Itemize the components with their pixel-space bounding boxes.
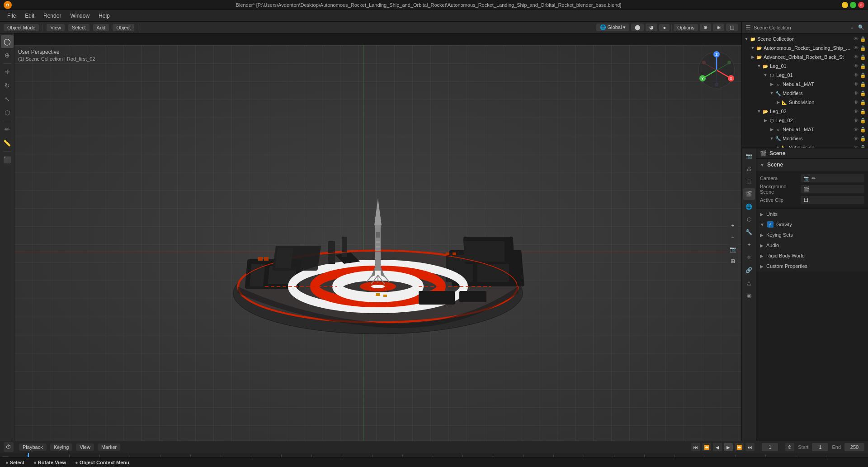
outliner-visibility-icon[interactable]: 🔒 (860, 145, 866, 148)
menu-render[interactable]: Render (40, 12, 65, 20)
outliner-item[interactable]: ▶📐Subdivision👁🔒 (742, 98, 868, 107)
viewport-shading-render[interactable]: ● (659, 24, 670, 31)
output-properties-icon[interactable]: 🖨 (743, 163, 755, 175)
outliner-visibility-icon[interactable]: 🔒 (860, 36, 866, 42)
scene-properties-icon[interactable]: 🎬 (743, 188, 755, 200)
outliner-visibility-icon[interactable]: 👁 (853, 100, 859, 105)
start-frame-input[interactable]: 1 (812, 443, 828, 451)
particles-properties-icon[interactable]: ✦ (743, 239, 755, 251)
view-menu-timeline[interactable]: View (76, 443, 94, 451)
outliner-expand-arrow[interactable]: ▶ (769, 82, 774, 86)
viewport-canvas[interactable]: User Perspective (1) Scene Collection | … (14, 45, 741, 442)
outliner-expand-arrow[interactable]: ▶ (763, 118, 768, 123)
outliner-filter-icon[interactable]: ≡ (851, 25, 854, 30)
outliner-expand-arrow[interactable]: ▶ (775, 145, 781, 148)
marker-menu[interactable]: Marker (98, 443, 120, 451)
menu-edit[interactable]: Edit (21, 12, 38, 20)
current-frame-display[interactable]: 1 (762, 443, 778, 451)
outliner-visibility-icon[interactable]: 👁 (853, 109, 859, 114)
outliner-visibility-icon[interactable]: 👁 (853, 127, 859, 133)
viewport-shading-solid[interactable]: ⬤ (631, 24, 644, 31)
outliner-expand-arrow[interactable]: ▶ (775, 100, 781, 105)
constraints-properties-icon[interactable]: 🔗 (743, 264, 755, 276)
camera-value-field[interactable]: 📷 ✏ (801, 174, 864, 182)
outliner-visibility-icon[interactable]: 👁 (853, 45, 859, 51)
toggle-view-button[interactable]: ⊞ (728, 256, 738, 266)
zoom-out-button[interactable]: − (728, 233, 738, 243)
end-frame-input[interactable]: 250 (844, 443, 864, 451)
view-layer-icon[interactable]: ⬚ (743, 176, 755, 187)
step-back-button[interactable]: ⏪ (702, 443, 711, 451)
outliner-visibility-icon[interactable]: 👁 (853, 91, 859, 96)
viewport-3d[interactable]: User Perspective (1) Scene Collection | … (14, 45, 741, 442)
outliner-visibility-icon[interactable]: 🔒 (860, 45, 866, 51)
outliner-visibility-icon[interactable]: 🔒 (860, 136, 866, 142)
outliner-visibility-icon[interactable]: 🔒 (860, 109, 866, 114)
cursor-tool[interactable]: ⊕ (1, 49, 14, 62)
world-properties-icon[interactable]: 🌐 (743, 201, 755, 213)
outliner-visibility-icon[interactable]: 👁 (853, 81, 859, 87)
outliner-expand-arrow[interactable]: ▼ (756, 109, 762, 114)
measure-tool[interactable]: 📏 (1, 137, 14, 149)
outliner-visibility-icon[interactable]: 🔒 (860, 81, 866, 87)
audio-header[interactable]: ▶ Audio (756, 240, 868, 250)
global-dropdown[interactable]: 🌐 Global ▾ (596, 24, 630, 31)
outliner-visibility-icon[interactable]: 👁 (853, 118, 859, 124)
custom-props-header[interactable]: ▶ Custom Properties (756, 261, 868, 271)
outliner-item[interactable]: ▶○Nebula1_MAT👁🔒 (742, 125, 868, 134)
outliner-visibility-icon[interactable]: 👁 (853, 145, 859, 148)
play-button[interactable]: ▶ (724, 443, 733, 451)
gravity-header[interactable]: ▼ ✓ Gravity (756, 219, 868, 229)
select-menu[interactable]: Select (68, 24, 90, 31)
outliner-visibility-icon[interactable]: 👁 (853, 36, 859, 42)
gravity-checkbox[interactable]: ✓ (767, 221, 774, 228)
minimize-button[interactable]: − (842, 2, 848, 8)
outliner-expand-arrow[interactable]: ▼ (769, 91, 774, 95)
viewport-overlays[interactable]: ⊞ (713, 24, 724, 31)
play-reverse-button[interactable]: ◀ (713, 443, 722, 451)
object-properties-icon[interactable]: ⬡ (743, 214, 755, 225)
outliner-expand-arrow[interactable]: ▼ (769, 136, 774, 141)
close-button[interactable]: × (858, 2, 864, 8)
outliner-item[interactable]: ▼🔧Modifiers👁🔒 (742, 134, 868, 143)
keying-sets-header[interactable]: ▶ Keying Sets (756, 230, 868, 240)
add-menu[interactable]: Add (93, 24, 109, 31)
rigid-body-header[interactable]: ▶ Rigid Body World (756, 251, 868, 261)
object-menu[interactable]: Object (113, 24, 134, 31)
outliner-visibility-icon[interactable]: 🔒 (860, 63, 866, 69)
outliner-item[interactable]: ▶📐Subdivision👁🔒 (742, 143, 868, 148)
view-menu[interactable]: View (47, 24, 65, 31)
move-tool[interactable]: ✛ (1, 66, 14, 78)
select-tool[interactable]: ◯ (1, 35, 14, 48)
physics-properties-icon[interactable]: ⚛ (743, 252, 755, 263)
jump-to-end-button[interactable]: ⏭ (745, 443, 755, 451)
playback-menu[interactable]: Playback (19, 443, 47, 451)
maximize-button[interactable]: □ (850, 2, 856, 8)
outliner-item[interactable]: ▼📂Autonomous_Rocket_Landing_Ship_and_👁🔒 (742, 43, 868, 52)
outliner-visibility-icon[interactable]: 🔒 (860, 100, 866, 105)
viewport-shading-mat[interactable]: ◕ (646, 24, 657, 31)
outliner-visibility-icon[interactable]: 👁 (853, 72, 859, 78)
data-properties-icon[interactable]: △ (743, 277, 755, 289)
rotate-tool[interactable]: ↻ (1, 79, 14, 92)
menu-window[interactable]: Window (66, 12, 93, 20)
outliner-visibility-icon[interactable]: 👁 (853, 136, 859, 142)
viewport-gizmos[interactable]: ⊕ (700, 24, 711, 31)
outliner-visibility-icon[interactable]: 🔒 (860, 127, 866, 133)
outliner-item[interactable]: ▶○Nebula1_MAT👁🔒 (742, 80, 868, 89)
viewport-options[interactable]: Options (674, 24, 698, 31)
render-properties-icon[interactable]: 📷 (743, 150, 755, 162)
viewport-xray[interactable]: ◫ (726, 24, 738, 31)
outliner-item[interactable]: ▶📂Advanced_Orbital_Rocket_Black_St👁🔒 (742, 52, 868, 62)
outliner-visibility-icon[interactable]: 🔒 (860, 72, 866, 78)
zoom-in-button[interactable]: + (728, 221, 738, 231)
jump-to-start-button[interactable]: ⏮ (691, 443, 700, 451)
transform-tool[interactable]: ⬡ (1, 106, 14, 119)
background-scene-value[interactable]: 🎬 (801, 185, 864, 193)
units-header[interactable]: ▶ Units (756, 209, 868, 219)
step-forward-button[interactable]: ⏩ (735, 443, 744, 451)
outliner-visibility-icon[interactable]: 👁 (853, 63, 859, 69)
scale-tool[interactable]: ⤡ (1, 93, 14, 105)
material-properties-icon[interactable]: ◉ (743, 290, 755, 301)
outliner-expand-arrow[interactable]: ▼ (756, 64, 762, 68)
